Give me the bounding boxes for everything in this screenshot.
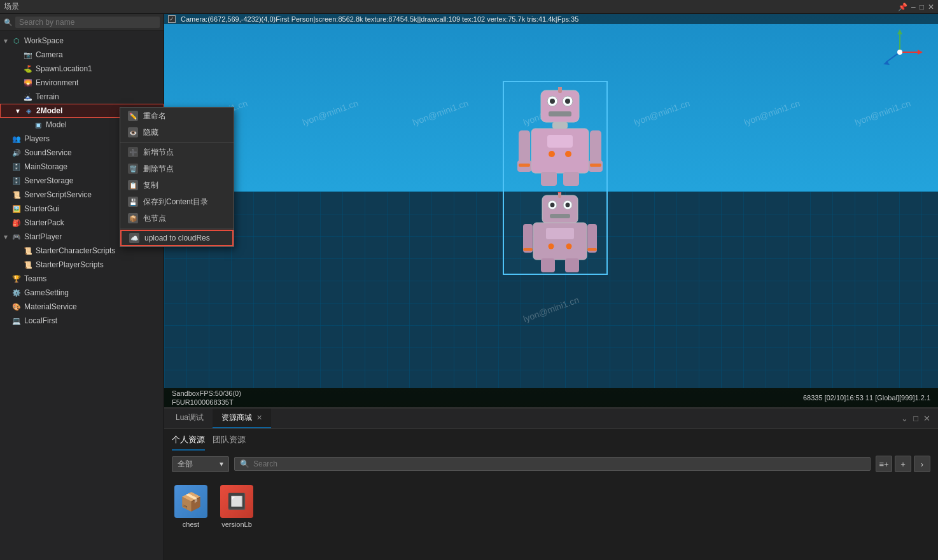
- close-icon[interactable]: ✕: [928, 3, 934, 11]
- deletenode-icon: 🗑️: [128, 164, 138, 174]
- materialservice-label: MaterialService: [24, 302, 77, 311]
- add-action-btn[interactable]: +: [895, 456, 911, 472]
- viewport-info-bar: Camera:(6672,569,-4232)(4,0)First Person…: [164, 14, 938, 24]
- resource-items: chest versionLb: [164, 477, 938, 536]
- ctx-hide[interactable]: 👁️ 隐藏: [120, 124, 234, 141]
- tree-item-workspace[interactable]: ▼ ⬡ WorkSpace: [0, 34, 164, 48]
- terrain-label: Terrain: [36, 92, 59, 101]
- filter-dropdown[interactable]: 全部 ▾: [172, 456, 229, 472]
- dropdown-chevron-icon: ▾: [220, 459, 223, 468]
- selection-and-robots: [515, 87, 605, 275]
- charscripts-icon: 📜: [23, 246, 33, 256]
- selection-box: [503, 81, 608, 275]
- tree-item-localfirst[interactable]: ▶ 💻 LocalFirst: [0, 314, 164, 328]
- resource-actions: ≡+ + ›: [876, 456, 930, 472]
- resource-store-label: 资源商城: [221, 413, 252, 422]
- teams-label: Teams: [24, 274, 46, 283]
- ctx-add-node[interactable]: ➕ 新增节点: [120, 144, 234, 160]
- team-tab-label: 团队资源: [213, 435, 246, 444]
- ctx-wrap-node[interactable]: 📦 包节点: [120, 210, 234, 227]
- tree-item-spawnlocation[interactable]: ▶ ⛳ SpawnLocation1: [0, 62, 164, 76]
- viewport-status-bar: SandboxFPS:50/36(0) F5UR1000068335T 6833…: [164, 388, 938, 407]
- wrapnode-icon: 📦: [128, 213, 138, 223]
- hide-icon: 👁️: [128, 127, 138, 137]
- playerscripts-label: StarterPlayerScripts: [36, 260, 104, 269]
- model-label: Model: [46, 120, 67, 129]
- tree-item-camera[interactable]: ▶ 📷 Camera: [0, 48, 164, 62]
- tab-lua-debug[interactable]: Lua调试: [167, 409, 213, 428]
- camera-label: Camera: [36, 50, 63, 59]
- sort-action-btn[interactable]: ≡+: [876, 456, 892, 472]
- ctx-divider-2: [120, 228, 234, 228]
- ctx-rename[interactable]: ✏️ 重命名: [120, 108, 234, 124]
- title-bar: 场景 📌 – □ ✕: [0, 0, 938, 14]
- tree-item-terrain[interactable]: ▶ 🗻 Terrain: [0, 90, 164, 104]
- environment-label: Environment: [36, 78, 78, 87]
- terrain-icon: 🗻: [23, 92, 33, 102]
- dropdown-icon[interactable]: ⌄: [901, 414, 908, 423]
- charscripts-label: StarterCharacterScripts: [36, 246, 115, 255]
- resource-item-versionlib[interactable]: versionLb: [218, 482, 256, 531]
- resource-store-close[interactable]: ✕: [256, 414, 262, 421]
- sound-icon: 🔊: [11, 148, 22, 158]
- svg-marker-42: [918, 50, 923, 55]
- svg-marker-40: [897, 29, 902, 34]
- resource-search-input[interactable]: [253, 459, 865, 468]
- startergui-label: StarterGui: [24, 204, 59, 213]
- chest-item-icon: [174, 485, 207, 518]
- version-item-icon: [220, 485, 253, 518]
- minimize-icon[interactable]: –: [911, 3, 916, 11]
- startergui-icon: 🖼️: [11, 204, 22, 214]
- tree-arrow-workspace: ▼: [3, 38, 11, 45]
- personal-tab-label: 个人资源: [172, 435, 205, 444]
- ctx-divider-1: [120, 142, 234, 143]
- resource-tab-team[interactable]: 团队资源: [213, 434, 246, 451]
- search-input[interactable]: [15, 17, 160, 28]
- pin-icon[interactable]: 📌: [898, 3, 907, 11]
- tree-item-materialservice[interactable]: ▶ 🎨 MaterialService: [0, 300, 164, 314]
- next-action-btn[interactable]: ›: [914, 456, 930, 472]
- scene-tree-panel: 🔍 ▼ ⬡ WorkSpace ▶ 📷 Camera ▶ ⛳ SpawnLoca…: [0, 14, 164, 560]
- teams-icon: 🏆: [11, 274, 22, 284]
- bottom-panel: Lua调试 资源商城 ✕ ⌄ □ ✕ 个人资源: [164, 407, 938, 560]
- tree-item-teams[interactable]: ▶ 🏆 Teams: [0, 272, 164, 286]
- viewport-coords: 68335 [02/10]16:53 11 [Global][999]1.2.1: [803, 394, 930, 402]
- expand-icon[interactable]: □: [913, 414, 918, 423]
- session-id: F5UR1000068335T: [172, 398, 241, 406]
- resource-item-chest[interactable]: chest: [172, 482, 210, 531]
- ctx-uploadcloud-label: upload to cloudRes: [144, 234, 210, 242]
- ctx-save-content[interactable]: 💾 保存到Content目录: [120, 193, 234, 210]
- viewport-info-text: Camera:(6672,569,-4232)(4,0)First Person…: [181, 15, 578, 23]
- filter-selected: 全部: [178, 459, 193, 470]
- starterpack-icon: 🎒: [11, 218, 22, 228]
- spawn-icon: ⛳: [23, 64, 33, 74]
- ctx-copy[interactable]: 📋 复制: [120, 177, 234, 193]
- mainstorage-icon: 🗄️: [11, 162, 22, 172]
- ctx-upload-cloudres[interactable]: ☁️ upload to cloudRes: [120, 230, 234, 246]
- context-menu: ✏️ 重命名 👁️ 隐藏 ➕ 新增节点 🗑️ 删除节点 📋 复制 💾 保存到Co…: [120, 107, 234, 247]
- version-item-label: versionLb: [221, 521, 252, 528]
- maximize-icon[interactable]: □: [920, 3, 924, 11]
- resource-tab-personal[interactable]: 个人资源: [172, 434, 205, 451]
- viewport[interactable]: Camera:(6672,569,-4232)(4,0)First Person…: [164, 14, 938, 407]
- svg-marker-44: [883, 61, 890, 65]
- ctx-deletenode-label: 删除节点: [143, 164, 174, 174]
- camera-icon: 📷: [23, 50, 33, 60]
- tree-item-environment[interactable]: ▶ 🌄 Environment: [0, 76, 164, 90]
- search-bar: 🔍: [0, 14, 164, 31]
- tab-resource-store[interactable]: 资源商城 ✕: [213, 409, 271, 428]
- starterpack-label: StarterPack: [24, 218, 64, 227]
- players-icon: 👥: [11, 134, 22, 144]
- viewport-checkbox[interactable]: [168, 15, 176, 23]
- tree-item-playerscripts[interactable]: ▶ 📜 StarterPlayerScripts: [0, 258, 164, 272]
- ctx-delete-node[interactable]: 🗑️ 删除节点: [120, 160, 234, 177]
- 2model-label: 2Model: [36, 106, 62, 115]
- resource-search-box: 🔍: [234, 457, 871, 471]
- transform-gizmo[interactable]: [874, 27, 925, 78]
- close-panel-icon[interactable]: ✕: [923, 414, 930, 423]
- search-icon: 🔍: [4, 18, 13, 27]
- savecontent-icon: 💾: [128, 197, 138, 207]
- materialservice-icon: 🎨: [11, 302, 22, 312]
- uploadcloud-icon: ☁️: [129, 233, 139, 243]
- tree-item-gamesetting[interactable]: ▶ ⚙️ GameSetting: [0, 286, 164, 300]
